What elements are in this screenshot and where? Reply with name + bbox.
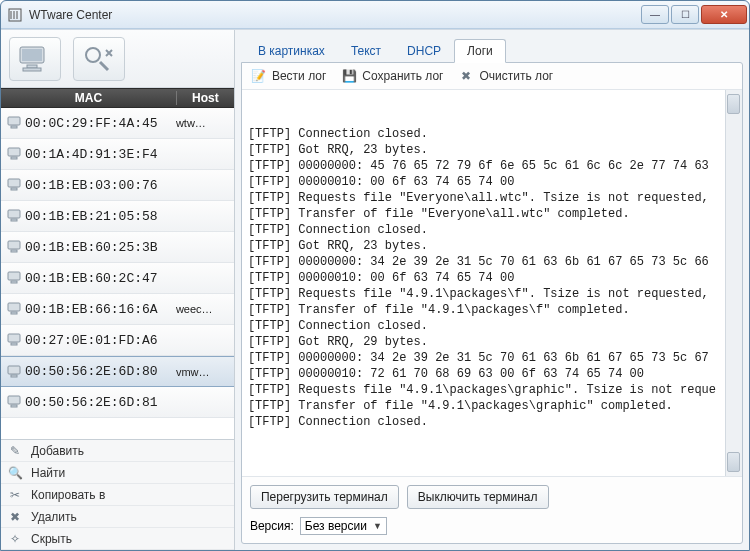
record-label: Вести лог [272, 69, 326, 83]
mac-row[interactable]: 00:1B:EB:03:00:76 [1, 170, 234, 201]
window-controls: — ☐ ✕ [641, 5, 747, 24]
header-mac[interactable]: MAC [1, 91, 176, 105]
svg-rect-9 [8, 117, 20, 125]
mac-address: 00:1A:4D:91:3E:F4 [25, 147, 176, 162]
svg-rect-5 [22, 49, 42, 61]
plus-icon: ✎ [7, 444, 23, 458]
svg-rect-11 [8, 148, 20, 156]
delete-icon: ✖ [7, 510, 23, 524]
window-title: WTware Center [29, 8, 641, 22]
mac-row[interactable]: 00:50:56:2E:6D:80vmw… [1, 356, 234, 387]
mac-row[interactable]: 00:1B:EB:21:05:58 [1, 201, 234, 232]
svg-rect-16 [11, 219, 17, 221]
mac-address: 00:1B:EB:66:16:6A [25, 302, 176, 317]
tab-DHCP[interactable]: DHCP [394, 39, 454, 62]
terminal-icon [5, 302, 25, 316]
clear-label: Очистить лог [479, 69, 553, 83]
host-name: weec… [176, 303, 230, 315]
tab-bar: В картинкахТекстDHCPЛоги [235, 30, 749, 62]
log-toolbar: 📝 Вести лог 💾 Сохранить лог ✖ Очистить л… [242, 63, 742, 90]
svg-rect-22 [11, 312, 17, 314]
mac-row[interactable]: 00:1B:EB:66:16:6Aweec… [1, 294, 234, 325]
terminal-icon [5, 271, 25, 285]
save-log-button[interactable]: 💾 Сохранить лог [342, 69, 443, 83]
maximize-button[interactable]: ☐ [671, 5, 699, 24]
mac-address: 00:27:0E:01:FD:A6 [25, 333, 176, 348]
record-icon: 📝 [252, 69, 266, 83]
hide-icon: ✧ [7, 532, 23, 546]
app-icon [7, 7, 23, 23]
tab-Логи[interactable]: Логи [454, 39, 506, 63]
mac-row[interactable]: 00:1B:EB:60:25:3B [1, 232, 234, 263]
mac-address: 00:1B:EB:60:2C:47 [25, 271, 176, 286]
header-host[interactable]: Host [176, 91, 234, 105]
action-Копировать в[interactable]: ✂Копировать в [1, 484, 234, 506]
action-Скрыть[interactable]: ✧Скрыть [1, 528, 234, 550]
left-pane: MAC Host 00:0C:29:FF:4A:45wtw…00:1A:4D:9… [1, 30, 235, 550]
copy-icon: ✂ [7, 488, 23, 502]
mac-address: 00:1B:EB:60:25:3B [25, 240, 176, 255]
mac-list[interactable]: 00:0C:29:FF:4A:45wtw…00:1A:4D:91:3E:F400… [1, 108, 234, 439]
computer-icon[interactable] [9, 37, 61, 81]
log-body[interactable]: [TFTP] Connection closed. [TFTP] Got RRQ… [242, 90, 742, 476]
mac-row[interactable]: 00:0C:29:FF:4A:45wtw… [1, 108, 234, 139]
terminal-icon [5, 395, 25, 409]
scrollbar-thumb-bottom[interactable] [727, 452, 740, 472]
svg-rect-10 [11, 126, 17, 128]
svg-rect-26 [11, 375, 17, 377]
host-name: vmw… [176, 366, 230, 378]
save-label: Сохранить лог [362, 69, 443, 83]
tab-Текст[interactable]: Текст [338, 39, 394, 62]
record-log-button[interactable]: 📝 Вести лог [252, 69, 326, 83]
action-list: ✎Добавить🔍Найти✂Копировать в✖Удалить✧Скр… [1, 439, 234, 550]
save-icon: 💾 [342, 69, 356, 83]
titlebar: WTware Center — ☐ ✕ [1, 1, 749, 29]
terminal-icon [5, 116, 25, 130]
mac-address: 00:50:56:2E:6D:81 [25, 395, 176, 410]
minimize-button[interactable]: — [641, 5, 669, 24]
svg-rect-21 [8, 303, 20, 311]
mac-row[interactable]: 00:1B:EB:60:2C:47 [1, 263, 234, 294]
terminal-icon [5, 178, 25, 192]
action-Найти[interactable]: 🔍Найти [1, 462, 234, 484]
scrollbar-thumb-top[interactable] [727, 94, 740, 114]
svg-rect-14 [11, 188, 17, 190]
scrollbar-track[interactable] [725, 90, 742, 476]
app-window: WTware Center — ☐ ✕ MAC Host 00:0C:29:FF… [0, 0, 750, 551]
right-pane: В картинкахТекстDHCPЛоги 📝 Вести лог 💾 С… [235, 30, 749, 550]
svg-rect-25 [8, 366, 20, 374]
version-select[interactable]: Без версии ▼ [300, 517, 387, 535]
mac-row[interactable]: 00:50:56:2E:6D:81 [1, 387, 234, 418]
mac-list-header: MAC Host [1, 88, 234, 108]
action-Удалить[interactable]: ✖Удалить [1, 506, 234, 528]
svg-rect-12 [11, 157, 17, 159]
bottom-buttons: Перегрузить терминал Выключить терминал [242, 476, 742, 517]
clear-log-button[interactable]: ✖ Очистить лог [459, 69, 553, 83]
action-label: Копировать в [31, 488, 105, 502]
terminal-icon [5, 365, 25, 379]
reboot-terminal-button[interactable]: Перегрузить терминал [250, 485, 399, 509]
tab-В картинках[interactable]: В картинках [245, 39, 338, 62]
body-area: MAC Host 00:0C:29:FF:4A:45wtw…00:1A:4D:9… [1, 29, 749, 550]
action-Добавить[interactable]: ✎Добавить [1, 440, 234, 462]
svg-rect-19 [8, 272, 20, 280]
svg-rect-23 [8, 334, 20, 342]
mac-row[interactable]: 00:27:0E:01:FD:A6 [1, 325, 234, 356]
host-name: wtw… [176, 117, 230, 129]
action-label: Найти [31, 466, 65, 480]
svg-rect-18 [11, 250, 17, 252]
close-button[interactable]: ✕ [701, 5, 747, 24]
shutdown-terminal-button[interactable]: Выключить терминал [407, 485, 549, 509]
mac-address: 00:50:56:2E:6D:80 [25, 364, 176, 379]
svg-rect-28 [11, 405, 17, 407]
terminal-icon [5, 333, 25, 347]
chevron-down-icon: ▼ [373, 521, 382, 531]
svg-rect-13 [8, 179, 20, 187]
mac-row[interactable]: 00:1A:4D:91:3E:F4 [1, 139, 234, 170]
svg-rect-15 [8, 210, 20, 218]
terminal-icon [5, 209, 25, 223]
tools-icon[interactable] [73, 37, 125, 81]
svg-rect-20 [11, 281, 17, 283]
mac-address: 00:1B:EB:03:00:76 [25, 178, 176, 193]
svg-rect-27 [8, 396, 20, 404]
